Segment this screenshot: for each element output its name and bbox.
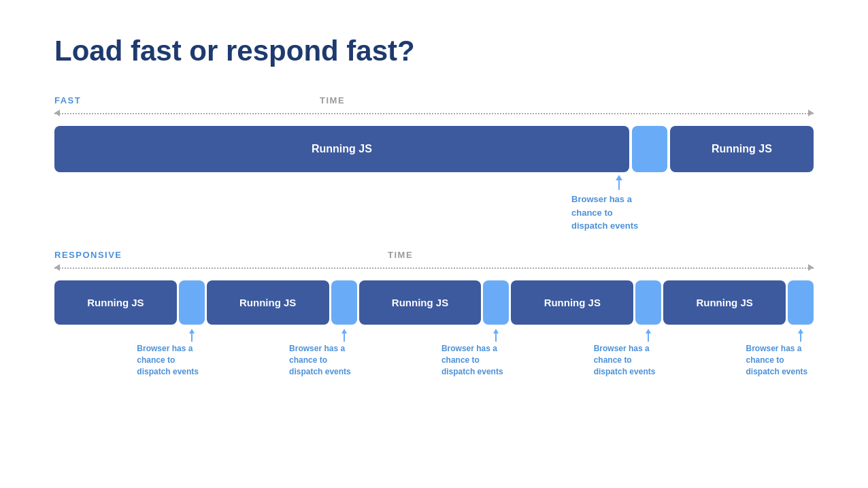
- resp-ann-text-5: Browser has achance todispatch events: [746, 343, 827, 377]
- resp-ann-arrowhead-2: [341, 329, 347, 334]
- fast-annotation-arrow: [571, 175, 667, 190]
- resp-gap-3: [483, 280, 509, 325]
- responsive-arrow-line: [54, 267, 814, 269]
- resp-ann-arrowhead-3: [493, 329, 499, 334]
- resp-block-2: Running JS: [207, 280, 329, 325]
- resp-ann-arrowhead-4: [646, 329, 651, 334]
- resp-gap-4: [635, 280, 661, 325]
- fast-blocks-row: Running JS Running JS: [54, 126, 814, 172]
- resp-ann-arrow-1: [189, 329, 195, 342]
- fast-annotation-line: [618, 180, 620, 190]
- resp-ann-arrow-2: [341, 329, 347, 342]
- resp-ann-line-1: [191, 334, 193, 342]
- fast-section: FAST TIME Running JS Running JS: [54, 95, 814, 229]
- resp-ann-2: Browser has achance todispatch events: [331, 329, 357, 377]
- fast-annotation: Browser has achance todispatch events: [571, 175, 667, 233]
- fast-block-second: Running JS: [670, 126, 814, 172]
- resp-ann-arrowhead-5: [798, 329, 803, 334]
- responsive-time-label: TIME: [388, 250, 413, 260]
- resp-ann-4: Browser has achance todispatch events: [635, 329, 661, 377]
- fast-arrow-head-left: [54, 110, 60, 116]
- resp-ann-3: Browser has achance todispatch events: [483, 329, 509, 377]
- resp-block-3: Running JS: [359, 280, 482, 325]
- responsive-section: RESPONSIVE TIME Running JS Running JS Ru…: [54, 250, 814, 377]
- responsive-header-row: RESPONSIVE TIME: [54, 250, 814, 260]
- resp-ann-arrowhead-1: [189, 329, 195, 334]
- resp-gap-1: [179, 280, 205, 325]
- resp-ann-line-3: [495, 334, 497, 342]
- responsive-arrow-line-container: [54, 261, 814, 274]
- fast-block-main: Running JS: [54, 126, 629, 172]
- resp-block-1: Running JS: [54, 280, 177, 325]
- resp-ann-text-2: Browser has achance todispatch events: [289, 343, 371, 377]
- fast-arrow-head-right: [808, 110, 814, 116]
- fast-annotation-arrowhead: [616, 175, 622, 180]
- fast-arrow-line: [54, 113, 814, 114]
- resp-ann-arrow-4: [646, 329, 651, 342]
- resp-ann-line-2: [344, 334, 345, 342]
- resp-ann-text-4: Browser has achance todispatch events: [594, 343, 675, 377]
- fast-header-row: FAST TIME: [54, 95, 814, 105]
- resp-ann-arrow-5: [798, 329, 803, 342]
- fast-annotation-text: Browser has achance todispatch events: [571, 193, 667, 233]
- responsive-label: RESPONSIVE: [54, 250, 122, 260]
- resp-ann-line-4: [648, 334, 649, 342]
- resp-ann-5: Browser has achance todispatch events: [788, 329, 814, 377]
- page-title: Load fast or respond fast?: [54, 34, 814, 68]
- fast-time-label: TIME: [320, 95, 345, 105]
- fast-annotation-area: Browser has achance todispatch events: [54, 175, 814, 229]
- fast-arrow-line-container: [54, 107, 814, 119]
- responsive-annotations: Browser has achance todispatch events Br…: [54, 329, 814, 377]
- resp-ann-1: Browser has achance todispatch events: [179, 329, 205, 377]
- fast-block-gap: [632, 126, 667, 172]
- resp-block-5: Running JS: [663, 280, 786, 325]
- resp-ann-line-5: [800, 334, 801, 342]
- fast-label: FAST: [54, 95, 122, 105]
- responsive-arrow-head-right: [808, 264, 814, 271]
- responsive-blocks-row: Running JS Running JS Running JS Running…: [54, 280, 814, 325]
- resp-ann-arrow-3: [493, 329, 499, 342]
- resp-ann-text-3: Browser has achance todispatch events: [441, 343, 523, 377]
- resp-ann-text-1: Browser has achance todispatch events: [137, 343, 218, 377]
- resp-gap-5: [788, 280, 814, 325]
- resp-gap-2: [331, 280, 357, 325]
- responsive-arrow-head-left: [54, 264, 60, 271]
- slide: Load fast or respond fast? FAST TIME Run…: [0, 0, 868, 488]
- resp-block-4: Running JS: [511, 280, 633, 325]
